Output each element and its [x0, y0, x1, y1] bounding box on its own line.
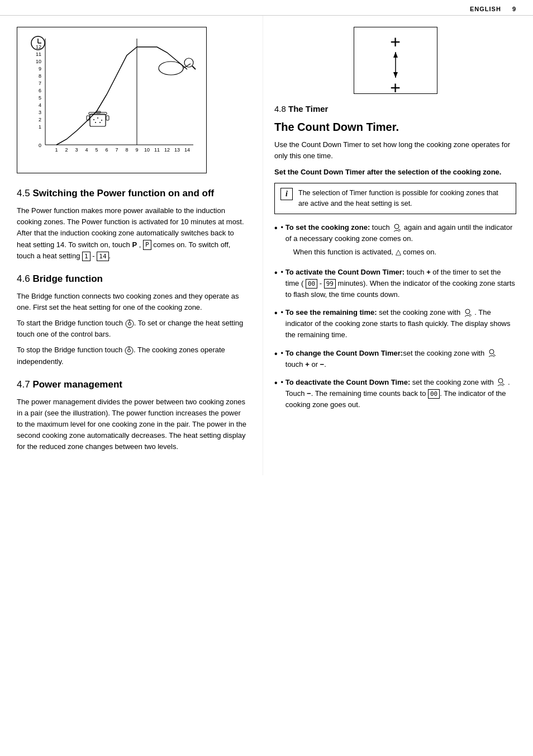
svg-point-43	[159, 62, 183, 75]
svg-text:4: 4	[39, 102, 41, 108]
bullet-text-deactivate: To deactivate the Count Down Time: set t…	[285, 377, 516, 410]
svg-text:1: 1	[39, 124, 41, 130]
heat-min-symbol: 1	[82, 252, 91, 261]
plus-bottom: +	[390, 79, 401, 97]
svg-text:5: 5	[39, 95, 41, 101]
plus-minus-diagram: + +	[354, 27, 437, 94]
list-item-set-zone: • To set the cooking zone: touch again a…	[274, 222, 516, 260]
set-instruction: Set the Count Down Timer after the selec…	[274, 167, 516, 177]
svg-text:7: 7	[39, 81, 41, 86]
svg-point-62	[498, 379, 503, 383]
list-item-activate: • To activate the Count Down Timer: touc…	[274, 267, 516, 300]
svg-point-56	[394, 224, 399, 229]
section-46: 4.6 Bridge function The Bridge function …	[17, 273, 249, 367]
svg-marker-54	[393, 52, 398, 58]
section-45: 4.5 Switching the Power function on and …	[17, 187, 249, 262]
svg-text:12: 12	[164, 147, 170, 153]
svg-text:10: 10	[144, 147, 150, 153]
power-chart: 12 11 10 9 8 7 6 5 4 3 2 1 0 1 2 3 4 5 6	[17, 27, 207, 173]
svg-text:5: 5	[95, 147, 98, 153]
svg-text:8: 8	[39, 73, 41, 79]
bullet-text-set-zone: To set the cooking zone: touch again and…	[285, 222, 516, 260]
bridge-icon-start	[125, 319, 134, 328]
info-box: i The selection of Timer function is pos…	[274, 183, 516, 214]
svg-point-45	[184, 58, 193, 67]
svg-point-48	[128, 322, 131, 325]
svg-text:3: 3	[39, 110, 41, 115]
countdown-title: The Count Down Timer.	[274, 120, 516, 134]
svg-text:3: 3	[75, 147, 78, 153]
svg-text:6: 6	[39, 88, 41, 93]
bullet-text-activate: To activate the Count Down Timer: touch …	[285, 267, 516, 300]
bullet-list: • To set the cooking zone: touch again a…	[274, 222, 516, 410]
page-header: ENGLISH 9	[0, 0, 533, 16]
bridge-icon-stop	[125, 346, 134, 355]
svg-marker-55	[393, 72, 398, 78]
time-min: 00	[306, 279, 317, 289]
svg-text:6: 6	[105, 147, 108, 153]
bullet-text-change: To change the Count Down Timer:set the c…	[285, 348, 516, 370]
section-46-body: The Bridge function connects two cooking…	[17, 291, 249, 367]
svg-text:14: 14	[184, 147, 190, 153]
bullet-text-remaining: To see the remaining time: set the cooki…	[285, 307, 516, 341]
svg-point-51	[127, 349, 130, 352]
plus-top: +	[390, 33, 401, 51]
svg-line-46	[192, 66, 196, 69]
section-45-body: The Power function makes more power avai…	[17, 205, 249, 262]
svg-line-57	[398, 229, 401, 230]
time-zero: 00	[428, 389, 440, 399]
countdown-intro: Use the Count Down Timer to set how long…	[274, 139, 516, 162]
list-item-deactivate: • To deactivate the Count Down Time: set…	[274, 377, 516, 410]
svg-text:7: 7	[115, 147, 118, 153]
svg-point-41	[95, 122, 96, 123]
svg-text:8: 8	[125, 147, 128, 153]
zone-icon-3	[487, 349, 497, 358]
svg-point-39	[97, 117, 98, 119]
svg-line-63	[502, 384, 505, 385]
list-item-remaining: • To see the remaining time: set the coo…	[274, 307, 516, 341]
heat-max-symbol: 14	[97, 252, 108, 261]
section-47-body: The power management divides the power b…	[17, 396, 249, 453]
svg-point-40	[101, 120, 102, 121]
zone-icon-2	[463, 309, 473, 318]
zone-icon-4	[496, 378, 506, 387]
svg-text:4: 4	[85, 147, 88, 153]
p-symbol: P	[143, 240, 151, 249]
language-label: ENGLISH	[470, 6, 501, 12]
main-content: 12 11 10 9 8 7 6 5 4 3 2 1 0 1 2 3 4 5 6	[0, 16, 533, 475]
section-46-title: 4.6 Bridge function	[17, 273, 249, 285]
section-47: 4.7 Power management The power managemen…	[17, 379, 249, 453]
zone-icon-1	[392, 224, 402, 233]
svg-line-44	[183, 64, 191, 68]
sub-note-zone: When this function is activated, △ comes…	[293, 247, 516, 258]
list-item-change: • To change the Count Down Timer:set the…	[274, 348, 516, 370]
svg-point-38	[93, 119, 94, 120]
svg-text:2: 2	[39, 117, 41, 122]
svg-point-58	[465, 309, 470, 314]
svg-point-42	[99, 122, 101, 123]
chart-svg: 12 11 10 9 8 7 6 5 4 3 2 1 0 1 2 3 4 5 6	[26, 33, 199, 167]
svg-text:9: 9	[135, 147, 138, 153]
svg-line-61	[493, 355, 496, 356]
page-number: 9	[512, 6, 516, 12]
svg-text:1: 1	[55, 147, 58, 153]
svg-text:10: 10	[36, 59, 41, 64]
time-max: 99	[324, 279, 336, 289]
info-icon: i	[280, 188, 293, 200]
svg-text:13: 13	[174, 147, 180, 153]
section-45-title: 4.5 Switching the Power function on and …	[17, 187, 249, 200]
left-column: 12 11 10 9 8 7 6 5 4 3 2 1 0 1 2 3 4 5 6	[0, 16, 263, 475]
right-column: + + 4.8 The Timer The Count Down Timer. …	[263, 16, 533, 475]
section-48: 4.8 The Timer	[274, 104, 516, 114]
countdown-section: The Count Down Timer. Use the Count Down…	[274, 120, 516, 410]
svg-text:2: 2	[65, 147, 68, 153]
svg-text:0: 0	[39, 143, 41, 148]
svg-rect-37	[106, 116, 109, 120]
svg-text:9: 9	[39, 66, 41, 72]
svg-line-59	[469, 314, 472, 315]
svg-text:11: 11	[154, 147, 160, 153]
section-48-title: 4.8 The Timer	[274, 104, 516, 114]
section-47-title: 4.7 Power management	[17, 379, 249, 391]
arrow-updown	[390, 51, 401, 79]
svg-point-60	[489, 349, 494, 354]
